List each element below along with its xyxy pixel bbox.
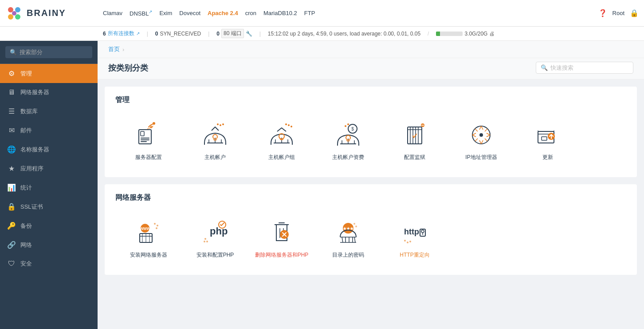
install-webserver-icon: www <box>134 218 163 247</box>
svg-line-43 <box>475 129 478 131</box>
mail-icon: ✉ <box>7 126 16 135</box>
sidebar-item-apps[interactable]: ★ 应用程序 <box>0 159 98 178</box>
sidebar-item-mail[interactable]: ✉ 邮件 <box>0 121 98 140</box>
svg-point-66 <box>204 238 206 240</box>
nav-tab-exim[interactable]: Exim <box>159 10 172 16</box>
nav-tab-clamav[interactable]: Clamav <box>103 10 122 16</box>
breadcrumb: 首页 › <box>98 41 644 58</box>
main-layout: 🔍 ⚙ 管理 🖥 网络服务器 ☰ 数据库 ✉ 邮件 🌐 名称服务器 ★ 应用程序 <box>0 41 644 329</box>
sidebar-label-nameserver: 名称服务器 <box>20 146 49 154</box>
apps-icon: ★ <box>7 164 16 173</box>
svg-text:$: $ <box>351 127 354 131</box>
svg-point-67 <box>206 241 208 242</box>
nav-tab-mariadb[interactable]: MariaDB10.2 <box>263 10 297 16</box>
svg-line-45 <box>475 139 478 141</box>
item-install-php[interactable]: php 安装和配置PHP <box>182 211 248 266</box>
sidebar-label-database: 数据库 <box>20 107 38 115</box>
svg-point-19 <box>291 126 292 127</box>
search-area: 🔍 <box>0 41 98 64</box>
breadcrumb-sep: › <box>122 46 124 53</box>
svg-point-14 <box>222 123 224 125</box>
server-config-icon <box>134 121 163 149</box>
wrench-icon[interactable]: 🔧 <box>246 31 252 37</box>
http-redirect-icon: http <box>401 218 429 247</box>
item-remove-webserver[interactable]: 删除网络服务器和PHP <box>248 211 315 266</box>
item-dir-password[interactable]: ★★★ 目录上的密码 <box>315 211 381 266</box>
webserver-icon-grid: www 安装网络服务器 <box>115 211 626 266</box>
svg-point-76 <box>353 223 355 225</box>
sidebar-item-nameserver[interactable]: 🌐 名称服务器 <box>0 140 98 159</box>
nav-tab-dovecot[interactable]: Dovecot <box>179 10 200 16</box>
connections-link[interactable]: 所有连接数 <box>108 30 134 37</box>
svg-point-77 <box>355 226 357 227</box>
nav-tab-cron[interactable]: cron <box>245 10 256 16</box>
item-host-plan[interactable]: $ 主机帐户资费 <box>315 114 381 168</box>
logo-text: BRAINY <box>27 8 66 18</box>
item-jail-config[interactable]: 配置监狱 <box>381 114 448 168</box>
svg-line-44 <box>485 129 487 131</box>
sidebar-item-security[interactable]: 🛡 安全 <box>0 254 98 273</box>
svg-text:www: www <box>139 226 150 231</box>
item-host-account[interactable]: 主机帐户 <box>182 114 248 168</box>
progress-fill <box>436 32 440 36</box>
host-account-icon <box>201 121 229 149</box>
sidebar-label-backup: 备份 <box>20 222 32 230</box>
storage-text: 3.0G/20G <box>464 31 487 37</box>
statusbar: 6 所有连接数 ↗ | 0 SYN_RECEIVED | 0 80 端口 🔧 |… <box>0 27 644 41</box>
svg-line-46 <box>485 139 487 141</box>
item-host-account-label: 主机帐户 <box>204 154 226 161</box>
topbar-right: ❓ Root 🔒 <box>598 9 639 17</box>
sidebar: 🔍 ⚙ 管理 🖥 网络服务器 ☰ 数据库 ✉ 邮件 🌐 名称服务器 ★ 应用程序 <box>0 41 98 329</box>
item-server-config[interactable]: 服务器配置 <box>115 114 182 168</box>
storage-progress: 3.0G/20G 🖨 <box>436 31 495 37</box>
connections-status: 6 所有连接数 ↗ <box>103 30 140 37</box>
nav-tabs: Clamav DNSBL↗ Exim Dovecot Apache 2.4 cr… <box>103 9 598 17</box>
nav-tab-dnsbl[interactable]: DNSBL↗ <box>130 9 152 17</box>
sidebar-item-backup[interactable]: 🔑 备份 <box>0 216 98 235</box>
sidebar-label-stats: 统计 <box>20 184 32 192</box>
sidebar-item-admin[interactable]: ⚙ 管理 <box>0 64 98 83</box>
sidebar-item-stats[interactable]: 📊 统计 <box>0 178 98 197</box>
item-host-group[interactable]: 主机帐户组 <box>248 114 315 168</box>
stats-icon: 📊 <box>7 183 16 192</box>
section-webserver-title: 网络服务器 <box>115 193 626 202</box>
port-num: 0 <box>216 31 220 37</box>
database-icon: ☰ <box>7 107 16 115</box>
svg-point-13 <box>220 124 221 126</box>
item-update[interactable]: 更新 <box>514 114 581 168</box>
breadcrumb-home[interactable]: 首页 <box>108 45 120 53</box>
quick-search-input[interactable] <box>550 64 628 71</box>
sidebar-item-ssl[interactable]: 🔒 SSL证书 <box>0 197 98 216</box>
svg-point-68 <box>204 241 205 242</box>
svg-rect-9 <box>141 141 147 142</box>
sidebar-label-webserver: 网络服务器 <box>20 88 49 96</box>
remove-webserver-icon <box>267 218 296 247</box>
install-php-icon: php <box>201 218 229 247</box>
nav-tab-ftp[interactable]: FTP <box>304 10 315 16</box>
progress-bar <box>436 32 463 36</box>
svg-point-18 <box>285 123 287 125</box>
storage-icon: 🖨 <box>489 31 495 37</box>
sidebar-search-input[interactable] <box>20 49 94 55</box>
sidebar-item-network[interactable]: 🔗 网络 <box>0 235 98 254</box>
syn-label: SYN_RECEIVED <box>160 31 201 37</box>
quick-search-icon: 🔍 <box>541 64 548 71</box>
item-server-config-label: 服务器配置 <box>135 154 162 161</box>
help-icon[interactable]: ❓ <box>598 9 607 17</box>
item-install-webserver[interactable]: www 安装网络服务器 <box>115 211 182 266</box>
search-input-wrap: 🔍 <box>5 46 92 58</box>
item-dir-password-label: 目录上的密码 <box>332 251 364 259</box>
port-status: 0 80 端口 🔧 <box>216 29 252 38</box>
network-icon: 🔗 <box>7 241 16 249</box>
item-install-webserver-label: 安装网络服务器 <box>130 251 167 259</box>
item-http-redirect[interactable]: http HTTP重定向 <box>381 211 448 266</box>
sidebar-item-webserver[interactable]: 🖥 网络服务器 <box>0 83 98 102</box>
nav-tab-apache[interactable]: Apache 2.4 <box>208 10 238 16</box>
dnsbl-ext-icon: ↗ <box>149 9 152 14</box>
sidebar-item-database[interactable]: ☰ 数据库 <box>0 102 98 121</box>
syn-status: 0 SYN_RECEIVED <box>155 31 201 37</box>
backup-icon: 🔑 <box>7 222 16 230</box>
item-host-plan-label: 主机帐户资费 <box>332 154 364 161</box>
svg-point-47 <box>479 133 483 137</box>
item-ip-manager[interactable]: IP地址管理器 <box>448 114 514 168</box>
